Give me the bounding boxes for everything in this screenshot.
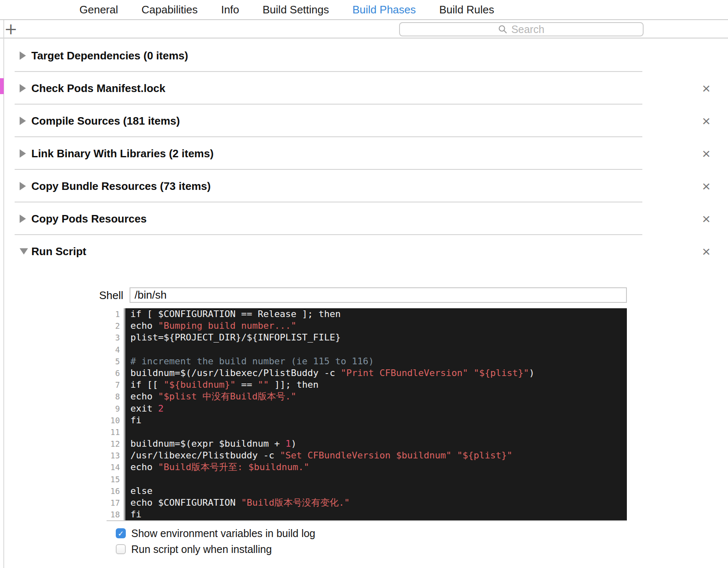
phase-row-check-pods-manifest-lock[interactable]: Check Pods Manifest.lock× [0, 72, 728, 105]
line-number: 1 [107, 308, 125, 320]
code-text[interactable]: fi [125, 414, 627, 426]
code-line: 8echo "$plist 中没有Build版本号." [107, 391, 627, 402]
phase-title: Copy Bundle Resources (73 items) [31, 180, 211, 193]
phase-title: Copy Pods Resources [31, 212, 147, 225]
code-line: 9exit 2 [107, 403, 627, 414]
line-number: 9 [107, 403, 125, 414]
checkbox-row-run-script-only-when-installing: Run script only when installing [116, 544, 316, 554]
disclosure-triangle-icon[interactable] [20, 117, 26, 125]
code-text[interactable] [125, 426, 627, 438]
code-line: 5# increment the build number (ie 115 to… [107, 356, 627, 367]
phase-row-copy-pods-resources[interactable]: Copy Pods Resources× [0, 202, 728, 235]
phase-row-target-dependencies-0-items[interactable]: Target Dependencies (0 items) [0, 39, 728, 72]
search-icon [498, 25, 507, 34]
disclosure-triangle-icon[interactable] [20, 84, 26, 92]
code-text[interactable]: plist=${PROJECT_DIR}/${INFOPLIST_FILE} [125, 332, 627, 343]
build-phase-list: Target Dependencies (0 items)Check Pods … [0, 39, 728, 268]
code-text[interactable]: buildnum=$(expr $buildnum + 1) [125, 438, 627, 450]
remove-phase-icon[interactable]: × [699, 113, 714, 128]
code-text[interactable]: buildnum=$(/usr/libexec/PlistBuddy -c "P… [125, 367, 627, 379]
line-number: 7 [107, 379, 125, 391]
code-line: 4 [107, 344, 627, 356]
code-text[interactable]: if [[ "${buildnum}" == "" ]]; then [125, 379, 627, 391]
remove-phase-icon[interactable]: × [699, 81, 714, 96]
remove-phase-icon[interactable]: × [699, 179, 714, 194]
line-number: 8 [107, 391, 125, 402]
code-text[interactable]: echo "Build版本号升至: $buildnum." [125, 461, 627, 473]
disclosure-triangle-icon[interactable] [20, 182, 26, 190]
checkbox-label: Run script only when installing [131, 543, 272, 555]
phase-row-copy-bundle-resources-73-items[interactable]: Copy Bundle Resources (73 items)× [0, 170, 728, 202]
tab-info[interactable]: Info [221, 3, 239, 16]
line-number: 2 [107, 320, 125, 332]
remove-phase-icon[interactable]: × [699, 211, 714, 226]
search-input[interactable]: Search [399, 22, 644, 36]
search-placeholder: Search [511, 23, 544, 36]
phase-title: Link Binary With Libraries (2 items) [31, 147, 214, 160]
line-number: 18 [107, 509, 125, 520]
code-text[interactable]: # increment the build number (ie 115 to … [125, 356, 627, 367]
run-script-options: ✓Show environment variables in build log… [116, 528, 316, 560]
code-line: 10fi [107, 414, 627, 426]
phase-row-compile-sources-181-items[interactable]: Compile Sources (181 items)× [0, 105, 728, 137]
line-number: 13 [107, 450, 125, 461]
code-text[interactable]: exit 2 [125, 403, 627, 414]
remove-phase-icon[interactable]: × [699, 244, 714, 259]
code-text[interactable]: echo "Bumping build number..." [125, 320, 627, 332]
checkbox-unchecked[interactable] [116, 544, 126, 554]
phase-row-run-script[interactable]: Run Script× [0, 235, 728, 268]
code-line: 7if [[ "${buildnum}" == "" ]]; then [107, 379, 627, 391]
line-number: 5 [107, 356, 125, 367]
code-text[interactable] [125, 473, 627, 485]
line-number: 16 [107, 485, 125, 497]
shell-path-field[interactable] [130, 287, 627, 303]
code-line: 2echo "Bumping build number..." [107, 320, 627, 332]
line-number: 17 [107, 497, 125, 509]
phases-toolbar: + Search [0, 19, 728, 38]
code-line: 12buildnum=$(expr $buildnum + 1) [107, 438, 627, 450]
disclosure-triangle-icon[interactable] [20, 51, 26, 60]
tab-general[interactable]: General [79, 3, 118, 16]
line-number: 15 [107, 473, 125, 485]
disclosure-triangle-icon[interactable] [20, 149, 26, 158]
code-line: 6buildnum=$(/usr/libexec/PlistBuddy -c "… [107, 367, 627, 379]
line-number: 6 [107, 367, 125, 379]
remove-phase-icon[interactable]: × [699, 146, 714, 161]
tab-build-rules[interactable]: Build Rules [439, 3, 494, 16]
add-phase-button[interactable]: + [4, 20, 18, 38]
checkbox-row-show-environment-variables-in-build-log: ✓Show environment variables in build log [116, 528, 316, 538]
code-text[interactable]: if [ $CONFIGURATION == Release ]; then [125, 308, 627, 320]
line-number: 12 [107, 438, 125, 450]
script-editor[interactable]: 1if [ $CONFIGURATION == Release ]; then2… [107, 308, 627, 521]
phase-title: Compile Sources (181 items) [31, 115, 180, 128]
code-text[interactable]: /usr/libexec/Plistbuddy -c "Set CFBundle… [125, 450, 627, 461]
code-line: 11 [107, 426, 627, 438]
code-line: 15 [107, 473, 627, 485]
code-text[interactable] [125, 344, 627, 356]
code-line: 18fi [107, 509, 627, 520]
tab-build-phases[interactable]: Build Phases [352, 3, 416, 16]
code-line: 1if [ $CONFIGURATION == Release ]; then [107, 308, 627, 320]
checkbox-checked[interactable]: ✓ [116, 528, 126, 538]
code-line: 17echo $CONFIGURATION "Build版本号没有变化." [107, 497, 627, 509]
line-number: 10 [107, 414, 125, 426]
code-text[interactable]: echo $CONFIGURATION "Build版本号没有变化." [125, 497, 627, 509]
tab-build-settings[interactable]: Build Settings [262, 3, 329, 16]
phase-title: Check Pods Manifest.lock [31, 82, 165, 95]
disclosure-open-icon[interactable] [20, 248, 28, 255]
code-text[interactable]: else [125, 485, 627, 497]
line-number: 14 [107, 461, 125, 473]
checkbox-label: Show environment variables in build log [131, 527, 316, 540]
phase-title: Target Dependencies (0 items) [31, 49, 188, 62]
code-line: 3plist=${PROJECT_DIR}/${INFOPLIST_FILE} [107, 332, 627, 343]
tab-bar: GeneralCapabilitiesInfoBuild SettingsBui… [0, 0, 728, 19]
line-number: 4 [107, 344, 125, 356]
disclosure-triangle-icon[interactable] [20, 215, 26, 223]
code-text[interactable]: fi [125, 509, 627, 520]
phase-title: Run Script [31, 245, 86, 258]
tab-capabilities[interactable]: Capabilities [142, 3, 198, 16]
shell-label: Shell [63, 288, 123, 303]
phase-row-link-binary-with-libraries-2-items[interactable]: Link Binary With Libraries (2 items)× [0, 137, 728, 170]
line-number: 3 [107, 332, 125, 343]
code-text[interactable]: echo "$plist 中没有Build版本号." [125, 391, 627, 402]
